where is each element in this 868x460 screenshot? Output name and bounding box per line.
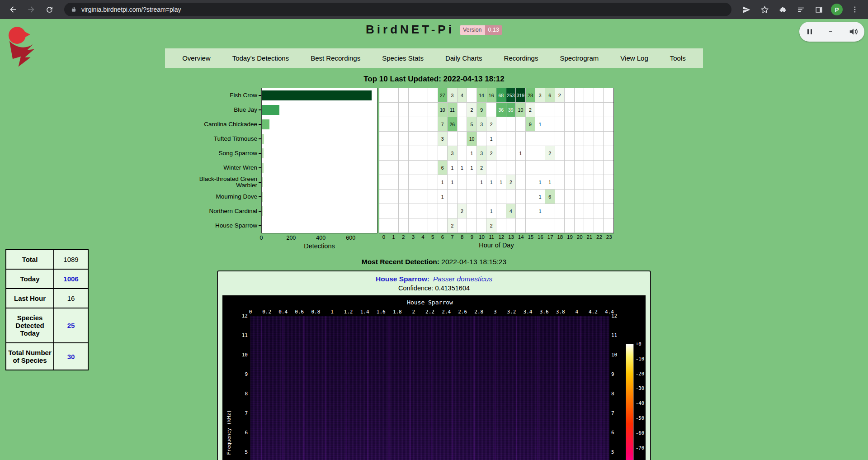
most-recent-detection: Most Recent Detection: 2022-04-13 18:15:…: [0, 258, 868, 266]
profile-avatar[interactable]: P: [831, 4, 843, 15]
heat-cell: [545, 117, 555, 132]
stat-value-total: 1089: [54, 250, 88, 269]
spectro-ytick-left: 7: [236, 410, 248, 416]
heat-xtick: 0: [382, 234, 385, 240]
heat-cell: [516, 161, 526, 175]
detection-bar: [262, 206, 263, 216]
detection-bar: [262, 177, 263, 187]
bar-xtick: 0: [260, 235, 263, 241]
heat-cell: [379, 103, 389, 117]
detection-bar: [262, 134, 264, 144]
heat-cell: [399, 190, 409, 204]
spectro-xtick: 1.8: [393, 309, 402, 315]
heat-cell: [604, 175, 613, 190]
heat-cell: [555, 190, 565, 204]
heat-cell: [389, 161, 399, 175]
nav-item-best-recordings[interactable]: Best Recordings: [300, 48, 371, 68]
stat-label: Species Detected Today: [6, 308, 54, 343]
stat-value-today[interactable]: 1006: [54, 269, 88, 289]
reading-list-button[interactable]: [793, 2, 808, 17]
heat-cell: [516, 117, 526, 132]
spectro-xtick: 2.6: [458, 309, 467, 315]
heat-cell: [584, 117, 594, 132]
heat-cell: [565, 132, 575, 146]
heat-cell: [389, 132, 399, 146]
heat-cell: [594, 103, 604, 117]
nav-item-recordings[interactable]: Recordings: [493, 48, 549, 68]
pause-button[interactable]: [805, 27, 814, 36]
bookmark-button[interactable]: [757, 2, 772, 17]
heat-cell: [496, 161, 506, 175]
heat-cell: 26: [448, 117, 458, 132]
detection-bar: [262, 90, 372, 100]
heat-cell: [418, 117, 428, 132]
heat-cell: [506, 161, 516, 175]
heat-cell: 1: [535, 175, 545, 190]
nav-item-daily-charts[interactable]: Daily Charts: [434, 48, 493, 68]
heat-cell: [604, 161, 613, 175]
heat-cell: [477, 190, 487, 204]
address-bar[interactable]: virginia.birdnetpi.com/?stream=play: [64, 3, 731, 16]
seek-slider[interactable]: [828, 28, 835, 35]
heat-cell: 1: [535, 190, 545, 204]
stat-value-species-detected-today[interactable]: 25: [54, 308, 88, 343]
stat-label: Total Number of Species: [6, 343, 54, 370]
species-label-mourning-dove: Mourning Dove: [193, 190, 261, 204]
detection-title: House Sparrow:Passer domesticus: [218, 275, 650, 283]
bar-row: [262, 146, 377, 161]
heat-cell: 2: [555, 88, 565, 103]
heat-xtick: 7: [451, 234, 453, 240]
nav-item-species-stats[interactable]: Species Stats: [371, 48, 434, 68]
send-to-device-button[interactable]: [739, 2, 754, 17]
heat-cell: [604, 132, 613, 146]
heat-cell: [399, 103, 409, 117]
heat-cell: [486, 190, 496, 204]
stat-value-total-number-of-species[interactable]: 30: [54, 343, 88, 370]
browser-menu-button[interactable]: [847, 2, 863, 17]
nav-item-view-log[interactable]: View Log: [609, 48, 659, 68]
heat-cell: [379, 146, 389, 161]
species-label-black-throated-green-warbler: Black-throated Green Warbler: [193, 175, 261, 190]
nav-item-tools[interactable]: Tools: [659, 48, 697, 68]
extensions-button[interactable]: [775, 2, 790, 17]
spectro-xtick: 1.4: [360, 309, 369, 315]
nav-item-today-s-detections[interactable]: Today's Detections: [222, 48, 300, 68]
heat-cell: [516, 190, 526, 204]
profile-button[interactable]: P: [829, 2, 844, 17]
back-button[interactable]: [5, 2, 21, 17]
heat-cell: [555, 204, 565, 218]
heat-cell: [535, 161, 545, 175]
recent-detection-label: Most Recent Detection:: [362, 258, 439, 266]
heat-cell: [594, 88, 604, 103]
nav-item-overview[interactable]: Overview: [171, 48, 222, 68]
detection-scientific-name: Passer domesticus: [433, 275, 492, 283]
bar-xtick: 400: [316, 235, 326, 241]
heat-xtick: 9: [471, 234, 473, 240]
forward-button[interactable]: [24, 2, 39, 17]
reload-button[interactable]: [42, 2, 57, 17]
side-panel-button[interactable]: [811, 2, 826, 17]
heat-cell: [428, 175, 438, 190]
heat-cell: [477, 132, 487, 146]
heat-cell: [584, 218, 594, 233]
spectro-xtick: 3.4: [524, 309, 533, 315]
heat-xtick: 4: [421, 234, 424, 240]
heat-cell: [584, 190, 594, 204]
spectro-ytick-left: 9: [236, 371, 248, 377]
nav-item-spectrogram[interactable]: Spectrogram: [549, 48, 609, 68]
heat-cell: [399, 88, 409, 103]
species-label-fish-crow: Fish Crow: [193, 88, 261, 103]
stats-table: Total1089Today1006Last Hour16Species Det…: [5, 249, 89, 370]
heat-cell: 4: [506, 204, 516, 218]
heat-cell: [418, 146, 428, 161]
heat-cell: [594, 132, 604, 146]
stats-row-species-detected-today: Species Detected Today25: [6, 308, 88, 343]
heat-cell: [389, 117, 399, 132]
heat-cell: [379, 175, 389, 190]
heat-cell: [379, 88, 389, 103]
spectro-xtick: 0.2: [262, 309, 271, 315]
heat-cell: [458, 175, 467, 190]
heat-cell: [575, 161, 585, 175]
heat-cell: 2: [486, 117, 496, 132]
volume-button[interactable]: [849, 27, 859, 37]
